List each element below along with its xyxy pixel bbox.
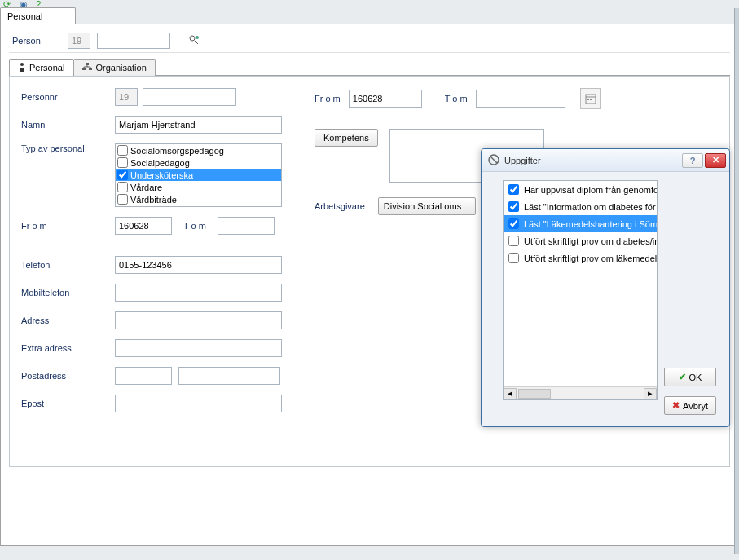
svg-point-3 xyxy=(20,63,24,66)
row-post: Postadress xyxy=(21,367,298,385)
dialog-list-item[interactable]: Läst "Läkemedelshantering i Sörmla xyxy=(504,215,657,232)
tom-label-right: T o m xyxy=(445,94,468,104)
arbetsgivare-button[interactable]: Division Social oms xyxy=(378,197,476,215)
svg-point-2 xyxy=(196,36,199,39)
organisation-tab-icon xyxy=(82,63,92,73)
mobil-input[interactable] xyxy=(115,284,282,302)
post-input-2[interactable] xyxy=(178,367,280,385)
from-input-left[interactable] xyxy=(115,217,172,235)
typ-option-label: Undersköterska xyxy=(130,170,193,180)
dialog-listbox[interactable]: Har uppvisat diplom från genomfördLäst "… xyxy=(503,180,658,400)
scroll-right-icon[interactable]: ▸ xyxy=(644,388,657,399)
adress-label: Adress xyxy=(21,315,115,325)
extra-input[interactable] xyxy=(115,339,282,357)
row-telefon: Telefon xyxy=(21,256,298,274)
personnr-input[interactable] xyxy=(143,88,236,106)
namn-input[interactable] xyxy=(115,116,282,134)
scroll-thumb[interactable] xyxy=(518,389,551,399)
from-label-left: Fr o m xyxy=(21,221,115,231)
extra-label: Extra adress xyxy=(21,343,115,353)
personnr-label: Personnr xyxy=(21,92,115,102)
dialog-list-item[interactable]: Har uppvisat diplom från genomförd xyxy=(504,181,657,198)
svg-rect-5 xyxy=(82,68,86,70)
typ-option-checkbox[interactable] xyxy=(117,194,128,205)
dialog-item-checkbox[interactable] xyxy=(508,218,519,229)
sub-tab-organisation[interactable]: Organisation xyxy=(73,59,155,76)
help-icon[interactable]: ? xyxy=(36,0,44,7)
sub-tab-personal[interactable]: Personal xyxy=(9,59,73,76)
tom-input-left[interactable] xyxy=(218,217,275,235)
dialog-close-button[interactable]: ✕ xyxy=(705,153,726,168)
row-typ: Typ av personal SocialomsorgspedagogSoci… xyxy=(21,143,298,207)
dialog-button-column: ✔ OK ✖ Avbryt xyxy=(664,180,716,418)
typ-option[interactable]: Vårdbiträde xyxy=(116,193,281,205)
arbetsgivare-label: Arbetsgivare xyxy=(315,201,365,211)
typ-option[interactable]: Undersköterska xyxy=(116,169,281,181)
refresh-icon[interactable]: ⟳ xyxy=(3,0,11,7)
app-toolbar: ⟳ ◉ ? xyxy=(0,0,739,7)
dialog-item-label: Läst "Information om diabetes för vå xyxy=(524,202,657,212)
person-bar: Person xyxy=(9,29,730,53)
date-picker-button[interactable] xyxy=(580,88,601,109)
person-label: Person xyxy=(12,36,61,46)
row-epost: Epost xyxy=(21,395,298,412)
person-input[interactable] xyxy=(97,33,170,49)
row-personnr: Personnr xyxy=(21,88,298,106)
person-lookup-icon[interactable] xyxy=(188,34,200,47)
dialog-item-checkbox[interactable] xyxy=(508,253,519,263)
tab-personal[interactable]: Personal xyxy=(0,7,76,24)
svg-point-0 xyxy=(190,36,195,41)
dialog-item-checkbox[interactable] xyxy=(508,201,519,212)
uppgifter-dialog: Uppgifter ? ✕ Har uppvisat diplom från g… xyxy=(481,148,730,427)
dialog-list-item[interactable]: Läst "Information om diabetes för vå xyxy=(504,198,657,215)
from-input-right[interactable] xyxy=(349,90,422,108)
dialog-list-item[interactable]: Utfört skriftligt prov om diabetes/insu xyxy=(504,232,657,249)
adress-input[interactable] xyxy=(115,311,282,329)
dialog-titlebar[interactable]: Uppgifter ? ✕ xyxy=(482,149,729,172)
dialog-ok-label: OK xyxy=(689,373,702,382)
row-adress: Adress xyxy=(21,311,298,329)
kompetens-button[interactable]: Kompetens xyxy=(315,129,378,147)
sub-tab-strip: Personal Organisation xyxy=(9,58,730,76)
typ-listbox[interactable]: SocialomsorgspedagogSocialpedagogUndersk… xyxy=(115,143,282,207)
row-extra: Extra adress xyxy=(21,339,298,357)
dialog-list-hscrollbar[interactable]: ◂ ▸ xyxy=(504,386,657,399)
scroll-left-icon[interactable]: ◂ xyxy=(504,388,517,399)
telefon-label: Telefon xyxy=(21,260,115,270)
dialog-ok-button[interactable]: ✔ OK xyxy=(664,368,716,386)
svg-rect-13 xyxy=(587,99,589,100)
window-right-border xyxy=(734,8,739,554)
dialog-help-button[interactable]: ? xyxy=(682,153,703,168)
tom-input-right[interactable] xyxy=(476,90,565,108)
dialog-item-label: Läst "Läkemedelshantering i Sörmla xyxy=(524,219,657,229)
epost-input[interactable] xyxy=(115,395,282,412)
typ-option-checkbox[interactable] xyxy=(117,157,128,168)
svg-line-16 xyxy=(490,157,497,163)
typ-option-label: Vårdare xyxy=(130,183,162,192)
post-input-1[interactable] xyxy=(115,367,172,385)
svg-line-1 xyxy=(195,41,198,44)
typ-option-label: Socialpedagog xyxy=(130,158,190,168)
telefon-input[interactable] xyxy=(115,256,282,274)
form-left-column: Personnr Namn Typ av personal Socialomso… xyxy=(21,88,298,434)
typ-option-checkbox[interactable] xyxy=(117,145,128,156)
typ-option-checkbox[interactable] xyxy=(117,182,128,192)
personnr-prefix xyxy=(115,88,138,106)
dialog-item-label: Har uppvisat diplom från genomförd xyxy=(524,185,657,195)
mobil-label: Mobiltelefon xyxy=(21,288,115,298)
typ-option[interactable]: Vårdare xyxy=(116,181,281,193)
tom-label-left: T o m xyxy=(183,221,218,231)
typ-option[interactable]: Socialomsorgspedagog xyxy=(116,144,281,157)
sub-tab-personal-label: Personal xyxy=(29,63,64,73)
dialog-icon xyxy=(488,154,499,167)
dialog-cancel-button[interactable]: ✖ Avbryt xyxy=(664,396,716,415)
typ-label: Typ av personal xyxy=(21,143,115,153)
check-icon: ✔ xyxy=(679,372,686,382)
typ-option[interactable]: Socialpedagog xyxy=(116,157,281,169)
globe-icon[interactable]: ◉ xyxy=(20,0,28,7)
dialog-list-item[interactable]: Utfört skriftligt prov om läkemedelsha xyxy=(504,249,657,267)
dialog-item-checkbox[interactable] xyxy=(508,184,519,195)
main-tab-strip: Personal xyxy=(0,7,739,24)
typ-option-checkbox[interactable] xyxy=(117,170,128,180)
dialog-item-checkbox[interactable] xyxy=(508,236,519,246)
